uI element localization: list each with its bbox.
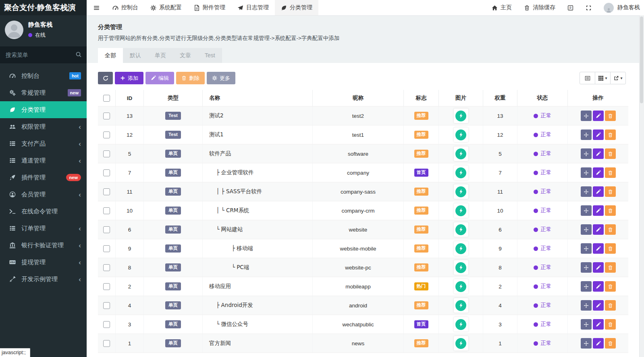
scrollbar-thumb[interactable] bbox=[640, 17, 643, 103]
sidebar-item[interactable]: 在线命令管理 bbox=[0, 203, 87, 220]
refresh-button[interactable] bbox=[98, 72, 113, 84]
row-checkbox[interactable] bbox=[103, 340, 110, 347]
delete-row-button[interactable] bbox=[605, 129, 616, 140]
tab[interactable]: 文章 bbox=[173, 48, 198, 63]
edit-row-button[interactable] bbox=[593, 148, 604, 159]
sidebar-item[interactable]: 插件管理 new bbox=[0, 169, 87, 186]
row-checkbox[interactable] bbox=[103, 283, 110, 290]
edit-row-button[interactable] bbox=[593, 243, 604, 254]
drag-sort-button[interactable] bbox=[581, 224, 592, 235]
columns-toggle-button[interactable]: ▾ bbox=[595, 72, 611, 84]
sidebar-item[interactable]: 常规管理 new bbox=[0, 84, 87, 101]
delete-button[interactable]: 删除 bbox=[176, 72, 205, 84]
delete-row-button[interactable] bbox=[605, 186, 616, 197]
topbar-right-item[interactable]: 清除缓存 bbox=[518, 0, 561, 15]
edit-row-button[interactable] bbox=[593, 224, 604, 235]
drag-sort-button[interactable] bbox=[581, 186, 592, 197]
column-header-image[interactable]: 图片 bbox=[439, 90, 483, 106]
edit-row-button[interactable] bbox=[593, 319, 604, 330]
delete-row-button[interactable] bbox=[605, 262, 616, 273]
export-button[interactable]: ▾ bbox=[610, 72, 626, 84]
edit-row-button[interactable] bbox=[593, 338, 604, 349]
drag-sort-button[interactable] bbox=[581, 262, 592, 273]
detail-view-button[interactable] bbox=[580, 72, 595, 84]
column-header-id[interactable]: ID bbox=[116, 90, 144, 106]
topbar-right-item[interactable] bbox=[580, 0, 598, 15]
row-checkbox[interactable] bbox=[103, 132, 110, 138]
tab[interactable]: 单页 bbox=[148, 48, 173, 63]
sidebar-item[interactable]: 控制台 hot bbox=[0, 67, 87, 84]
select-all-checkbox[interactable] bbox=[103, 95, 110, 102]
edit-row-button[interactable] bbox=[593, 300, 604, 311]
edit-row-button[interactable] bbox=[593, 205, 604, 216]
column-header-weight[interactable]: 权重 bbox=[483, 90, 517, 106]
delete-row-button[interactable] bbox=[605, 243, 616, 254]
sidebar-item[interactable]: 银行卡验证管理 ‹ bbox=[0, 237, 87, 254]
row-checkbox[interactable] bbox=[103, 207, 110, 214]
topnav-item[interactable]: 日志管理 bbox=[231, 0, 275, 15]
edit-row-button[interactable] bbox=[593, 281, 604, 292]
sidebar-toggle-button[interactable] bbox=[87, 0, 106, 15]
delete-row-button[interactable] bbox=[605, 205, 616, 216]
drag-sort-button[interactable] bbox=[581, 167, 592, 178]
drag-sort-button[interactable] bbox=[581, 319, 592, 330]
delete-row-button[interactable] bbox=[605, 338, 616, 349]
edit-button[interactable]: 编辑 bbox=[145, 72, 174, 84]
delete-row-button[interactable] bbox=[605, 281, 616, 292]
column-header-status[interactable]: 状态 bbox=[517, 90, 568, 106]
delete-row-button[interactable] bbox=[605, 111, 616, 121]
topnav-item[interactable]: 控制台 bbox=[106, 0, 144, 15]
topnav-item[interactable]: 系统配置 bbox=[144, 0, 188, 15]
edit-row-button[interactable] bbox=[593, 186, 604, 197]
row-checkbox[interactable] bbox=[103, 321, 110, 328]
search-input[interactable] bbox=[0, 46, 87, 63]
sidebar-item[interactable]: 通道管理 ‹ bbox=[0, 152, 87, 169]
row-checkbox[interactable] bbox=[103, 302, 110, 309]
drag-sort-button[interactable] bbox=[581, 129, 592, 140]
edit-row-button[interactable] bbox=[593, 111, 604, 121]
sidebar-item[interactable]: 开发示例管理 ‹ bbox=[0, 271, 87, 288]
row-checkbox[interactable] bbox=[103, 169, 110, 176]
sidebar-item[interactable]: 权限管理 ‹ bbox=[0, 118, 87, 135]
vertical-scrollbar[interactable] bbox=[639, 15, 644, 357]
topnav-item[interactable]: 分类管理 bbox=[275, 0, 318, 15]
add-button[interactable]: 添加 bbox=[115, 72, 143, 84]
edit-row-button[interactable] bbox=[593, 129, 604, 140]
edit-row-button[interactable] bbox=[593, 167, 604, 178]
sidebar-item[interactable]: 订单管理 ‹ bbox=[0, 220, 87, 237]
drag-sort-button[interactable] bbox=[581, 281, 592, 292]
delete-row-button[interactable] bbox=[605, 148, 616, 159]
sidebar-item[interactable]: VISA 提现管理 ‹ bbox=[0, 254, 87, 271]
row-checkbox[interactable] bbox=[103, 188, 110, 195]
row-checkbox[interactable] bbox=[103, 150, 110, 157]
delete-row-button[interactable] bbox=[605, 319, 616, 330]
row-checkbox[interactable] bbox=[103, 226, 110, 233]
delete-row-button[interactable] bbox=[605, 224, 616, 235]
drag-sort-button[interactable] bbox=[581, 300, 592, 311]
drag-sort-button[interactable] bbox=[581, 243, 592, 254]
row-checkbox[interactable] bbox=[103, 245, 110, 252]
drag-sort-button[interactable] bbox=[581, 148, 592, 159]
column-header-type[interactable]: 类型 bbox=[144, 90, 203, 106]
row-checkbox[interactable] bbox=[103, 113, 110, 119]
column-header-name[interactable]: 名称 bbox=[203, 90, 313, 106]
topnav-item[interactable]: 附件管理 bbox=[188, 0, 231, 15]
drag-sort-button[interactable] bbox=[581, 338, 592, 349]
edit-row-button[interactable] bbox=[593, 262, 604, 273]
tab[interactable]: 默认 bbox=[123, 48, 148, 63]
search-icon[interactable] bbox=[75, 51, 82, 58]
delete-row-button[interactable] bbox=[605, 300, 616, 311]
row-checkbox[interactable] bbox=[103, 264, 110, 271]
sidebar-item[interactable]: 会员管理 ‹ bbox=[0, 186, 87, 203]
drag-sort-button[interactable] bbox=[581, 205, 592, 216]
more-button[interactable]: 更多 bbox=[207, 72, 235, 84]
topbar-user-menu[interactable]: 静鱼客栈 bbox=[598, 0, 644, 15]
topbar-right-item[interactable]: 主页 bbox=[486, 0, 518, 15]
drag-sort-button[interactable] bbox=[581, 111, 592, 121]
column-header-nick[interactable]: 昵称 bbox=[313, 90, 404, 106]
column-header-flag[interactable]: 标志 bbox=[404, 90, 439, 106]
sidebar-item[interactable]: 分类管理 bbox=[0, 101, 87, 118]
tab[interactable]: 全部 bbox=[98, 48, 123, 63]
sidebar-item[interactable]: 支付产品 ‹ bbox=[0, 135, 87, 152]
tab[interactable]: Test bbox=[198, 48, 222, 63]
